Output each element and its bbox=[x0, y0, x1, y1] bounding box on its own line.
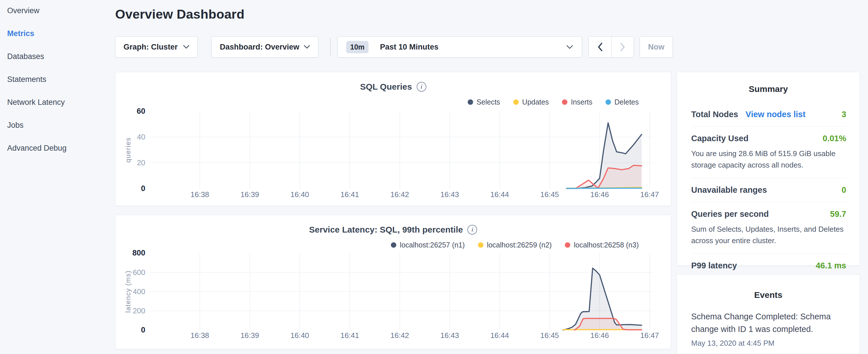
sidebar-item-metrics[interactable]: Metrics bbox=[7, 30, 115, 37]
svg-text:16:41: 16:41 bbox=[340, 190, 359, 198]
svg-text:60: 60 bbox=[137, 107, 145, 116]
svg-text:16:43: 16:43 bbox=[440, 190, 459, 198]
svg-text:16:40: 16:40 bbox=[290, 331, 309, 340]
svg-text:16:46: 16:46 bbox=[590, 331, 609, 340]
svg-text:16:41: 16:41 bbox=[340, 331, 359, 340]
summary-row-value: 0 bbox=[842, 185, 846, 195]
chevron-down-icon bbox=[566, 45, 573, 49]
svg-text:16:47: 16:47 bbox=[640, 331, 659, 340]
chevron-down-icon bbox=[304, 45, 310, 49]
sql-queries-chart[interactable]: 16:3816:3916:4016:4116:4216:4316:4416:45… bbox=[116, 72, 671, 206]
dashboard-dropdown[interactable]: Dashboard: Overview bbox=[212, 36, 318, 58]
svg-text:latency (ms): latency (ms) bbox=[124, 270, 132, 313]
svg-text:queries: queries bbox=[124, 137, 132, 163]
summary-row-label: Queries per second bbox=[691, 210, 769, 219]
summary-panel: Summary Total NodesView nodes list3Capac… bbox=[677, 72, 860, 265]
summary-row-queries-per-second: Queries per second59.7Sum of Selects, Up… bbox=[691, 202, 846, 254]
summary-row-value: 46.1 ms bbox=[816, 261, 846, 270]
svg-text:600: 600 bbox=[133, 268, 145, 277]
toolbar: Graph: Cluster Dashboard: Overview 10m P… bbox=[115, 36, 673, 58]
now-button[interactable]: Now bbox=[640, 36, 673, 58]
summary-row-value: 59.7 bbox=[830, 210, 846, 219]
svg-text:0: 0 bbox=[141, 184, 145, 193]
svg-text:200: 200 bbox=[133, 307, 145, 315]
svg-text:800: 800 bbox=[132, 249, 145, 257]
summary-row-value: 3 bbox=[842, 110, 846, 119]
svg-text:16:45: 16:45 bbox=[540, 331, 559, 340]
next-time-button[interactable] bbox=[611, 37, 633, 57]
sidebar-item-databases[interactable]: Databases bbox=[7, 53, 115, 60]
svg-text:0: 0 bbox=[141, 326, 145, 334]
graph-dropdown-label: Graph: Cluster bbox=[124, 43, 178, 52]
svg-text:16:39: 16:39 bbox=[241, 190, 259, 198]
service-latency-chart[interactable]: 16:3816:3916:4016:4116:4216:4316:4416:45… bbox=[116, 215, 671, 349]
summary-rows: Total NodesView nodes list3Capacity Used… bbox=[677, 94, 860, 278]
sidebar-nav-list: OverviewMetricsDatabasesStatementsNetwor… bbox=[7, 7, 115, 152]
graph-dropdown[interactable]: Graph: Cluster bbox=[115, 36, 198, 58]
sidebar-item-network-latency[interactable]: Network Latency bbox=[7, 98, 115, 106]
event-text: Schema Change Completed: Schema change w… bbox=[691, 310, 846, 335]
summary-row-value: 0.01% bbox=[823, 134, 846, 143]
chevron-right-icon bbox=[620, 42, 626, 52]
svg-text:20: 20 bbox=[137, 159, 145, 167]
svg-text:16:44: 16:44 bbox=[490, 190, 509, 198]
summary-row-label: Total Nodes bbox=[691, 110, 738, 119]
svg-text:16:39: 16:39 bbox=[241, 331, 259, 340]
time-range-badge: 10m bbox=[346, 41, 369, 53]
svg-text:16:43: 16:43 bbox=[440, 331, 459, 340]
time-step-buttons bbox=[589, 36, 634, 58]
page-title: Overview Dashboard bbox=[115, 7, 244, 22]
summary-row-unavailable-ranges: Unavailable ranges0 bbox=[691, 178, 846, 202]
view-nodes-list-link[interactable]: View nodes list bbox=[746, 110, 806, 119]
summary-title: Summary bbox=[677, 72, 860, 94]
events-panel: Events Schema Change Completed: Schema c… bbox=[677, 275, 860, 354]
summary-row-description: You are using 28.6 MiB of 515.9 GiB usab… bbox=[691, 148, 846, 171]
chevron-left-icon bbox=[597, 42, 603, 52]
svg-text:16:40: 16:40 bbox=[290, 190, 309, 198]
sidebar: OverviewMetricsDatabasesStatementsNetwor… bbox=[0, 0, 115, 167]
sidebar-item-statements[interactable]: Statements bbox=[7, 75, 115, 83]
events-title: Events bbox=[677, 275, 860, 300]
svg-text:16:42: 16:42 bbox=[390, 331, 409, 340]
svg-text:16:44: 16:44 bbox=[490, 331, 509, 340]
svg-text:16:46: 16:46 bbox=[590, 190, 609, 198]
dashboard-dropdown-label: Dashboard: Overview bbox=[220, 43, 300, 52]
summary-row-p99-latency: P99 latency46.1 ms bbox=[691, 254, 846, 278]
svg-text:16:38: 16:38 bbox=[191, 331, 209, 340]
sql-queries-panel: SQL Queries i SelectsUpdatesInsertsDelet… bbox=[115, 72, 671, 206]
sidebar-item-jobs[interactable]: Jobs bbox=[7, 121, 115, 129]
svg-text:16:45: 16:45 bbox=[540, 190, 559, 198]
time-range-selector[interactable]: 10m Past 10 Minutes bbox=[337, 36, 582, 58]
chevron-down-icon bbox=[183, 45, 189, 49]
prev-time-button[interactable] bbox=[589, 37, 611, 57]
event-list: Schema Change Completed: Schema change w… bbox=[677, 300, 860, 348]
sidebar-item-overview[interactable]: Overview bbox=[7, 7, 115, 14]
summary-row-label: Unavailable ranges bbox=[691, 185, 767, 195]
svg-text:400: 400 bbox=[133, 288, 145, 296]
svg-text:16:42: 16:42 bbox=[390, 190, 409, 198]
summary-row-description: Sum of Selects, Updates, Inserts, and De… bbox=[691, 223, 846, 246]
svg-text:16:38: 16:38 bbox=[191, 190, 209, 198]
svg-text:40: 40 bbox=[137, 133, 145, 141]
sidebar-item-advanced-debug[interactable]: Advanced Debug bbox=[7, 144, 115, 152]
event-timestamp: May 13, 2020 at 4:45 PM bbox=[691, 339, 846, 348]
summary-row-capacity-used: Capacity Used0.01%You are using 28.6 MiB… bbox=[691, 126, 846, 178]
summary-row-label: Capacity Used bbox=[691, 134, 748, 143]
summary-row-total-nodes: Total NodesView nodes list3 bbox=[691, 102, 846, 126]
toolbar-divider bbox=[330, 38, 331, 56]
service-latency-panel: Service Latency: SQL, 99th percentile i … bbox=[115, 215, 671, 349]
summary-row-label: P99 latency bbox=[691, 261, 737, 270]
time-range-label: Past 10 Minutes bbox=[380, 43, 438, 52]
svg-text:16:47: 16:47 bbox=[640, 190, 659, 198]
